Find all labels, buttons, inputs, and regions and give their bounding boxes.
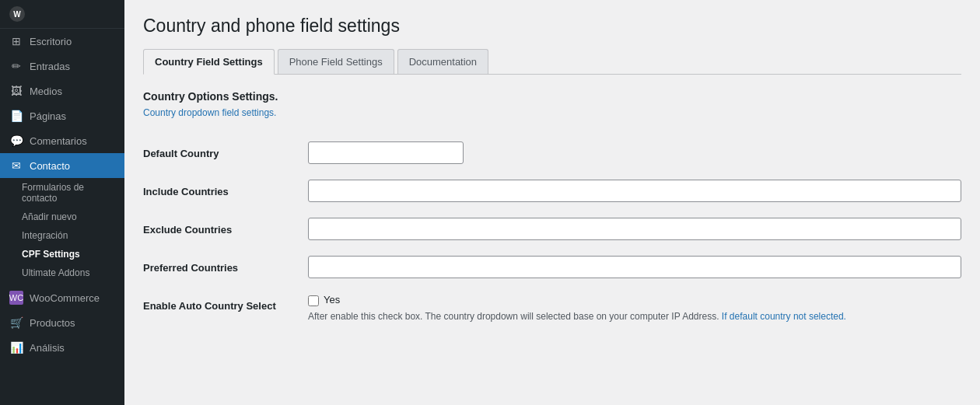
- sidebar-item-woocommerce[interactable]: WC WooCommerce: [0, 285, 124, 310]
- main-content: Country and phone field settings Country…: [124, 0, 980, 405]
- sidebar-item-label: Escritorio: [30, 36, 72, 47]
- auto-country-checkbox[interactable]: [308, 295, 319, 306]
- sidebar-item-medios[interactable]: 🖼 Medios: [0, 79, 124, 103]
- tab-documentation[interactable]: Documentation: [397, 49, 488, 74]
- paginas-icon: 📄: [9, 109, 23, 123]
- sidebar-item-label: Medios: [30, 86, 62, 97]
- sidebar-item-analisis[interactable]: 📊 Análisis: [0, 335, 124, 360]
- sidebar-item-entradas[interactable]: ✏ Entradas: [0, 54, 124, 79]
- sidebar-item-label: Comentarios: [30, 135, 87, 147]
- tabs-container: Country Field Settings Phone Field Setti…: [143, 49, 961, 75]
- table-row: Preferred Countries: [143, 248, 961, 286]
- table-row: Include Countries: [143, 172, 961, 210]
- sidebar-item-formularios[interactable]: Formularios de contacto: [0, 178, 124, 208]
- tab-country-field[interactable]: Country Field Settings: [143, 49, 275, 75]
- field-label-preferred-countries: Preferred Countries: [143, 248, 308, 286]
- field-label-include-countries: Include Countries: [143, 172, 308, 210]
- field-label-exclude-countries: Exclude Countries: [143, 210, 308, 248]
- default-country-input[interactable]: [308, 141, 464, 164]
- wp-logo-icon: W: [9, 6, 25, 22]
- help-text-start: After enable this check box. The country…: [308, 311, 719, 322]
- table-row: Exclude Countries: [143, 210, 961, 248]
- field-label-auto-country: Enable Auto Country Select: [143, 286, 308, 331]
- comentarios-icon: 💬: [9, 134, 23, 148]
- section-subtitle: Country dropdown field settings.: [143, 107, 961, 118]
- sidebar-item-anadir[interactable]: Añadir nuevo: [0, 208, 124, 226]
- sidebar: W ⊞ Escritorio ✏ Entradas 🖼 Medios 📄 Pág…: [0, 0, 124, 405]
- field-cell-default-country: [308, 134, 961, 172]
- sidebar-item-label: Entradas: [30, 61, 70, 72]
- woocommerce-icon: WC: [9, 291, 23, 305]
- field-label-default-country: Default Country: [143, 134, 308, 172]
- field-cell-exclude-countries: [308, 210, 961, 248]
- include-countries-input[interactable]: [308, 180, 961, 202]
- exclude-countries-input[interactable]: [308, 218, 961, 240]
- table-row: Enable Auto Country Select Yes After ena…: [143, 286, 961, 331]
- sidebar-item-label: WooCommerce: [30, 292, 100, 304]
- entradas-icon: ✏: [9, 59, 23, 73]
- section-title: Country Options Settings.: [143, 90, 961, 103]
- help-text: After enable this check box. The country…: [308, 309, 961, 323]
- sidebar-item-escritorio[interactable]: ⊞ Escritorio: [0, 29, 124, 54]
- sidebar-item-cpf-settings[interactable]: CPF Settings: [0, 245, 124, 264]
- sidebar-item-paginas[interactable]: 📄 Páginas: [0, 103, 124, 128]
- sidebar-logo: W: [0, 0, 124, 29]
- sidebar-item-integracion[interactable]: Integración: [0, 226, 124, 245]
- table-row: Default Country: [143, 134, 961, 172]
- preferred-countries-input[interactable]: [308, 256, 961, 278]
- sidebar-item-contacto[interactable]: ✉ Contacto: [0, 153, 124, 178]
- sidebar-item-label: Contacto: [30, 160, 70, 172]
- help-text-link: If default country not selected.: [719, 311, 846, 322]
- sidebar-item-comentarios[interactable]: 💬 Comentarios: [0, 128, 124, 153]
- field-cell-include-countries: [308, 172, 961, 210]
- field-cell-auto-country: Yes After enable this check box. The cou…: [308, 286, 961, 331]
- contacto-icon: ✉: [9, 159, 23, 173]
- sidebar-item-productos[interactable]: 🛒 Productos: [0, 310, 124, 335]
- sidebar-submenu: Formularios de contacto Añadir nuevo Int…: [0, 178, 124, 282]
- sidebar-item-ultimate-addons[interactable]: Ultimate Addons: [0, 264, 124, 282]
- productos-icon: 🛒: [9, 316, 23, 330]
- analisis-icon: 📊: [9, 340, 23, 354]
- field-cell-preferred-countries: [308, 248, 961, 286]
- sidebar-item-label: Páginas: [30, 110, 66, 122]
- escritorio-icon: ⊞: [9, 34, 23, 48]
- form-table: Default Country Include Countries Exclud…: [143, 134, 961, 331]
- tab-phone-field[interactable]: Phone Field Settings: [278, 49, 394, 74]
- page-title: Country and phone field settings: [143, 16, 961, 37]
- checkbox-label[interactable]: Yes: [324, 294, 340, 305]
- sidebar-item-label: Productos: [30, 317, 75, 329]
- medios-icon: 🖼: [9, 84, 23, 98]
- checkbox-row: Yes: [308, 294, 961, 306]
- sidebar-item-label: Análisis: [30, 342, 65, 354]
